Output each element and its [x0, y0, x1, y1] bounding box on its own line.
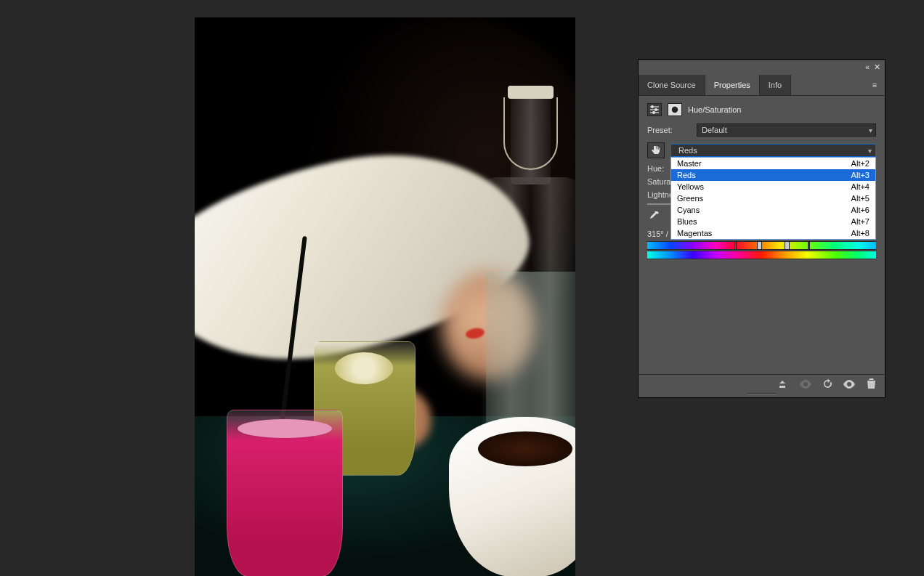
color-channel-option[interactable]: RedsAlt+3	[671, 169, 875, 181]
panel-tabs: Clone Source Properties Info ≡	[639, 75, 885, 96]
panel-close-icon[interactable]: ✕	[874, 62, 880, 72]
preset-label: Preset:	[647, 126, 691, 134]
delete-icon[interactable]	[864, 378, 878, 391]
clip-to-layer-icon[interactable]	[777, 378, 790, 391]
svg-point-6	[672, 107, 678, 113]
eyedropper-icon[interactable]	[647, 211, 660, 224]
panel-resize-grip[interactable]	[639, 393, 885, 397]
svg-point-3	[655, 109, 657, 111]
color-channel-option[interactable]: YellowsAlt+4	[671, 181, 875, 192]
color-channel-option[interactable]: GreensAlt+5	[671, 192, 875, 204]
tab-info[interactable]: Info	[760, 75, 791, 95]
color-channel-option[interactable]: CyansAlt+6	[671, 204, 875, 216]
panel-flyout-menu-icon[interactable]: ≡	[864, 75, 885, 95]
hue-range-stop[interactable]	[785, 241, 790, 250]
layer-mask-icon[interactable]	[668, 103, 682, 116]
targeted-adjustment-tool-button[interactable]	[647, 142, 665, 158]
preset-select-value: Default	[702, 126, 727, 134]
color-channel-option[interactable]: BluesAlt+7	[671, 216, 875, 227]
chevron-down-icon: ▾	[868, 147, 872, 155]
hue-range-handle[interactable]	[734, 241, 737, 250]
hue-spectrum-bottom	[647, 251, 876, 259]
chevron-down-icon: ▾	[869, 126, 872, 134]
color-channel-select[interactable]: Reds ▾	[670, 144, 876, 157]
color-channel-option[interactable]: MagentasAlt+8	[671, 227, 875, 239]
preset-select[interactable]: Default ▾	[697, 123, 876, 137]
view-previous-state-icon[interactable]	[799, 378, 812, 391]
reset-icon[interactable]	[821, 378, 834, 391]
svg-point-1	[652, 106, 654, 108]
hue-range-stop[interactable]	[757, 241, 762, 250]
color-channel-select-value: Reds	[678, 146, 697, 155]
panel-header: « ✕	[639, 60, 885, 75]
adjustment-title: Hue/Saturation	[688, 105, 741, 114]
properties-panel: « ✕ Clone Source Properties Info ≡ Hue/S…	[639, 60, 885, 397]
tab-clone-source[interactable]: Clone Source	[639, 75, 705, 95]
adjustment-sliders-icon[interactable]	[647, 103, 662, 116]
tab-properties[interactable]: Properties	[705, 75, 760, 95]
image-content	[195, 17, 575, 576]
color-channel-dropdown: MasterAlt+2RedsAlt+3YellowsAlt+4GreensAl…	[670, 157, 876, 240]
panel-footer	[639, 374, 885, 393]
panel-collapse-icon[interactable]: «	[865, 62, 870, 72]
hue-range-handle[interactable]	[808, 241, 810, 250]
document-canvas[interactable]	[195, 17, 575, 576]
svg-point-5	[653, 112, 655, 114]
toggle-visibility-icon[interactable]	[843, 378, 856, 391]
color-channel-option[interactable]: MasterAlt+2	[671, 158, 875, 169]
hue-spectrum-top[interactable]	[647, 241, 876, 250]
